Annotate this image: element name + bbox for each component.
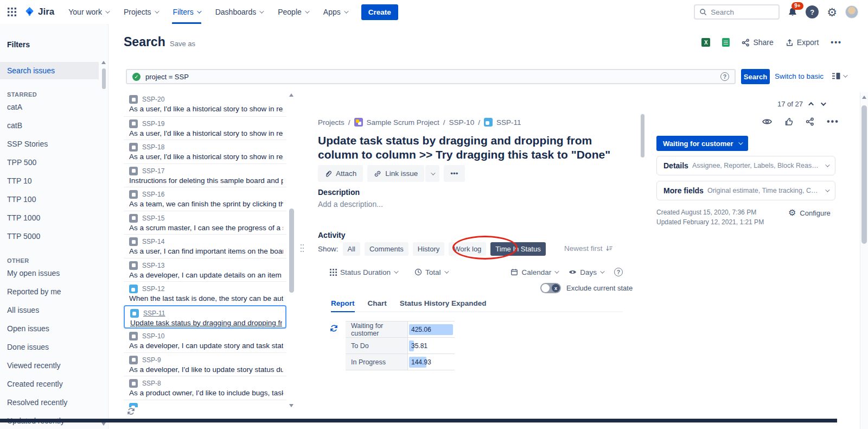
watch-eye-icon[interactable] — [762, 118, 772, 125]
settings-gear-icon[interactable]: ⚙ — [827, 7, 837, 18]
issue-row-ssp-13[interactable]: SSP-13As a developer, I can update detai… — [124, 258, 286, 282]
issue-more-actions[interactable]: ••• — [827, 117, 839, 127]
configure-button[interactable]: ⚙ Configure — [788, 209, 831, 217]
sidebar-scrollbar[interactable] — [101, 61, 106, 426]
tab-chart[interactable]: Chart — [368, 299, 387, 307]
global-search[interactable] — [694, 4, 780, 20]
issue-row-ssp-12[interactable]: SSP-12When the last task is done, the st… — [124, 281, 286, 305]
sidebar-item-ttp-100[interactable]: TTP 100 — [0, 190, 99, 209]
sidebar-item-ttp-1000[interactable]: TTP 1000 — [0, 209, 99, 227]
previous-issue-button[interactable] — [808, 102, 814, 108]
sidebar-item-open-issues[interactable]: Open issues — [0, 319, 99, 338]
nav-item-your-work[interactable]: Your work — [68, 0, 108, 24]
vote-thumbs-up-icon[interactable] — [784, 117, 793, 126]
details-fold-card[interactable]: Details Assignee, Reporter, Labels, Bloc… — [656, 156, 835, 175]
sidebar-item-viewed-recently[interactable]: Viewed recently — [0, 356, 99, 375]
next-issue-button[interactable] — [821, 100, 826, 106]
nav-item-projects[interactable]: Projects — [124, 0, 158, 24]
issue-row-ssp-9[interactable]: SSP-9As a developer, I'd like to update … — [124, 352, 286, 376]
results-list-scrollbar[interactable] — [288, 93, 295, 407]
link-issue-button[interactable]: Link issue — [367, 165, 424, 182]
tab-report[interactable]: Report — [331, 299, 355, 307]
sidebar-item-tpp-500[interactable]: TPP 500 — [0, 153, 99, 172]
scroll-up-arrow[interactable] — [862, 96, 866, 99]
total-dropdown[interactable]: Total — [414, 268, 448, 276]
sidebar-item-reported-by-me[interactable]: Reported by me — [0, 282, 99, 301]
sidebar-item-all-issues[interactable]: All issues — [0, 301, 99, 319]
help-icon[interactable]: ? — [806, 5, 819, 18]
days-unit-dropdown[interactable]: Days — [569, 268, 603, 276]
issue-row-ssp-10[interactable]: SSP-10As a developer, I can update story… — [124, 329, 286, 352]
nav-item-filters[interactable]: Filters — [173, 0, 200, 24]
global-search-input[interactable] — [711, 8, 770, 16]
export-button[interactable]: Export — [786, 38, 819, 47]
issue-row-ssp-11-selected[interactable]: SSP-11Update task status by dragging and… — [124, 305, 286, 329]
sort-order-button[interactable]: Newest first — [564, 244, 613, 253]
sidebar-item-ttp-5000[interactable]: TTP 5000 — [0, 227, 99, 245]
issue-row-partial[interactable] — [124, 400, 286, 408]
more-fields-fold-card[interactable]: More fields Original estimate, Time trac… — [656, 181, 835, 200]
link-issue-dropdown[interactable] — [425, 165, 439, 182]
sidebar-item-ssp-stories[interactable]: SSP Stories — [0, 135, 99, 153]
nav-item-dashboards[interactable]: Dashboards — [215, 0, 263, 24]
jql-query-text[interactable]: project = SSP — [145, 73, 716, 81]
sheets-export-icon[interactable] — [722, 38, 730, 47]
list-refresh-icon[interactable] — [127, 407, 135, 415]
view-layout-toggle[interactable] — [832, 72, 846, 80]
breadcrumb-parent-issue[interactable]: SSP-10 — [449, 118, 475, 127]
jql-help-icon[interactable]: ? — [720, 72, 729, 81]
report-refresh-icon[interactable] — [330, 324, 338, 332]
scroll-down-arrow[interactable] — [289, 404, 293, 407]
status-duration-dropdown[interactable]: Status Duration — [330, 268, 397, 276]
detail-panel-scrollbar[interactable] — [640, 111, 645, 415]
sidebar-item-created-recently[interactable]: Created recently — [0, 375, 99, 393]
sidebar-item-resolved-recently[interactable]: Resolved recently — [0, 393, 99, 412]
attach-button[interactable]: Attach — [318, 165, 363, 182]
tis-help-icon[interactable]: ? — [614, 268, 623, 276]
issue-more-button[interactable]: ••• — [444, 165, 464, 182]
search-button[interactable]: Search — [741, 69, 770, 84]
sidebar-item-catb[interactable]: catB — [0, 116, 99, 135]
sidebar-item-ttp-10[interactable]: TTP 10 — [0, 172, 99, 190]
filter-history[interactable]: History — [413, 242, 444, 256]
filter-work-log[interactable]: Work log — [449, 242, 486, 256]
issue-title[interactable]: Update task status by dragging and dropp… — [318, 134, 633, 162]
table-row[interactable]: To Do 35.81 — [346, 338, 455, 354]
nav-item-apps[interactable]: Apps — [323, 0, 347, 24]
exclude-current-state-toggle[interactable]: x — [540, 283, 561, 293]
filter-time-in-status[interactable]: Time In Status — [490, 242, 545, 256]
breadcrumb-current-issue[interactable]: SSP-11 — [496, 118, 521, 127]
breadcrumb-projects[interactable]: Projects — [318, 118, 344, 127]
issue-row-ssp-16[interactable]: SSP-16As a team, we can finish the sprin… — [124, 187, 286, 211]
table-row[interactable]: Waiting for customer 425.06 — [346, 321, 455, 338]
sidebar-item-my-open-issues[interactable]: My open issues — [0, 264, 99, 282]
jira-logo[interactable]: Jira — [24, 7, 54, 18]
issue-row-ssp-8[interactable]: SSP-8As a product owner, I'd like to inc… — [124, 376, 286, 400]
issue-row-ssp-18[interactable]: SSP-18As a user, I'd like a historical s… — [124, 140, 286, 163]
share-icon[interactable] — [806, 117, 814, 126]
scroll-down-arrow[interactable] — [101, 422, 106, 426]
panel-resize-handle[interactable] — [300, 243, 304, 253]
issue-row-ssp-20[interactable]: SSP-20As a user, I'd like a historical s… — [124, 92, 286, 116]
save-as-link[interactable]: Save as — [170, 40, 195, 48]
table-row[interactable]: In Progress 144.93 — [346, 354, 455, 370]
issue-row-ssp-17[interactable]: SSP-17Instructions for deleting this sam… — [124, 163, 286, 187]
calendar-dropdown[interactable]: Calendar — [510, 268, 558, 276]
tab-status-history-expanded[interactable]: Status History Expanded — [400, 299, 487, 307]
notifications-bell-icon[interactable]: 9+ — [788, 7, 797, 17]
filter-comments[interactable]: Comments — [365, 242, 409, 256]
sidebar-item-done-issues[interactable]: Done issues — [0, 338, 99, 356]
nav-item-people[interactable]: People — [278, 0, 308, 24]
jql-query-input[interactable]: ✓ project = SSP ? — [126, 69, 736, 84]
sidebar-item-cata[interactable]: catA — [0, 98, 99, 116]
filter-all[interactable]: All — [343, 242, 360, 256]
sidebar-item-search-issues[interactable]: Search issues — [0, 62, 99, 79]
switch-to-basic-link[interactable]: Switch to basic — [775, 72, 824, 80]
description-placeholder[interactable]: Add a description... — [318, 200, 383, 209]
app-switcher-icon[interactable] — [8, 8, 16, 16]
header-more-button[interactable]: ••• — [831, 38, 842, 47]
create-button[interactable]: Create — [361, 4, 398, 20]
user-avatar[interactable] — [845, 5, 858, 18]
excel-export-icon[interactable]: X — [701, 38, 710, 47]
page-scrollbar[interactable] — [860, 92, 868, 429]
